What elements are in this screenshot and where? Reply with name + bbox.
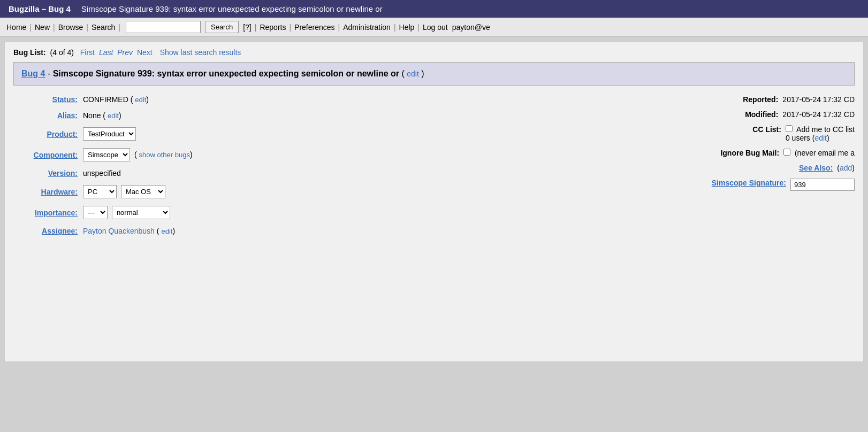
product-select[interactable]: TestProduct: [83, 127, 136, 141]
assignee-row: Assignee: Payton Quackenbush (edit): [13, 227, 619, 235]
bug-title-separator: -: [48, 69, 53, 78]
navbar: Home | New | Browse | Search | Search [?…: [0, 18, 868, 37]
assignee-value: Payton Quackenbush (edit): [83, 227, 175, 235]
alias-row: Alias: None (edit): [13, 111, 619, 120]
component-row: Component: Simscope (show other bugs): [13, 148, 619, 161]
importance-label[interactable]: Importance:: [13, 209, 78, 217]
reported-row: Reported: 2017-05-24 17:32 CD: [630, 95, 855, 104]
reported-value: 2017-05-24 17:32 CD: [782, 95, 855, 104]
nav-help-symbol[interactable]: [?]: [243, 23, 252, 32]
version-row: Version: unspecified: [13, 169, 619, 178]
alias-label[interactable]: Alias:: [13, 111, 78, 120]
show-last-search-results[interactable]: Show last search results: [160, 48, 241, 57]
main-content: Bug List: (4 of 4) First Last Prev Next …: [4, 41, 864, 362]
cc-list-row: CC List: Add me to CC list 0 users (edit…: [630, 125, 855, 142]
see-also-row: See Also: (add): [630, 164, 855, 172]
cc-list-add-me: Add me to CC list: [796, 125, 855, 134]
bug-list-label: Bug List:: [13, 48, 46, 57]
os-select[interactable]: Mac OS Windows Linux All Other: [121, 185, 165, 198]
cc-list-edit-link[interactable]: edit: [814, 134, 827, 142]
simscope-sig-row: Simscope Signature:: [630, 179, 855, 191]
cc-list-checkbox[interactable]: [786, 125, 793, 132]
nav-reports[interactable]: Reports: [260, 23, 286, 32]
assignee-label[interactable]: Assignee:: [13, 227, 78, 235]
component-select[interactable]: Simscope: [83, 148, 130, 161]
fields-right: Reported: 2017-05-24 17:32 CD Modified: …: [630, 95, 855, 243]
status-label[interactable]: Status:: [13, 95, 78, 104]
nav-new[interactable]: New: [35, 23, 50, 32]
see-also-label[interactable]: See Also:: [799, 164, 833, 172]
ignore-bug-mail-row: Ignore Bug Mail: (never email me a: [630, 149, 855, 157]
bug-list-prev[interactable]: Prev: [117, 48, 133, 57]
version-label[interactable]: Version:: [13, 169, 78, 178]
bug-title-text: Simscope Signature 939: syntax error une…: [53, 69, 399, 78]
version-value: unspecified: [83, 169, 121, 178]
ignore-bug-mail-note: (never email me a: [795, 149, 855, 157]
status-edit-link[interactable]: edit: [135, 96, 146, 104]
fields-left: Status: CONFIRMED (edit) Alias: None (ed…: [13, 95, 630, 243]
severity-select[interactable]: normal blocker critical major minor triv…: [112, 206, 170, 219]
hardware-select[interactable]: PC All Mac Other: [83, 185, 117, 198]
nav-help[interactable]: Help: [399, 23, 415, 32]
nav-home[interactable]: Home: [6, 23, 26, 32]
reported-label: Reported:: [743, 95, 778, 104]
nav-preferences[interactable]: Preferences: [294, 23, 334, 32]
bug-list-first[interactable]: First: [80, 48, 95, 57]
see-also-add-link[interactable]: add: [840, 164, 852, 172]
status-value: CONFIRMED (edit): [83, 95, 149, 104]
titlebar-bug-title: Simscope Signature 939: syntax error une…: [81, 4, 859, 13]
importance-row: Importance: --- P1 P2 P3 P4 P5 normal bl…: [13, 206, 619, 219]
nav-logout-label: Log out: [423, 23, 448, 32]
modified-row: Modified: 2017-05-24 17:32 CD: [630, 110, 855, 119]
ignore-bug-mail-label: Ignore Bug Mail:: [720, 149, 779, 157]
modified-value: 2017-05-24 17:32 CD: [782, 110, 855, 119]
nav-user[interactable]: payton@ve: [452, 23, 490, 32]
bug-list-last[interactable]: Last: [99, 48, 113, 57]
ignore-bug-mail-checkbox[interactable]: [783, 149, 790, 156]
alias-value: None (edit): [83, 111, 121, 120]
app-title: Bugzilla – Bug 4: [9, 4, 71, 13]
nav-administration[interactable]: Administration: [343, 23, 391, 32]
cc-list-users: 0 users: [786, 134, 810, 142]
title-bar: Bugzilla – Bug 4 Simscope Signature 939:…: [0, 0, 868, 18]
search-input[interactable]: [126, 21, 201, 33]
bug-list-nav: Bug List: (4 of 4) First Last Prev Next …: [13, 48, 855, 57]
hardware-row: Hardware: PC All Mac Other Mac OS Window…: [13, 185, 619, 198]
component-label[interactable]: Component:: [13, 151, 78, 159]
simscope-sig-input[interactable]: [790, 179, 855, 191]
hardware-label[interactable]: Hardware:: [13, 188, 78, 196]
show-other-bugs-link[interactable]: show other bugs: [139, 151, 190, 159]
bug-title-edit-link[interactable]: edit: [407, 70, 419, 78]
search-button[interactable]: Search: [205, 21, 239, 33]
modified-label: Modified:: [745, 110, 778, 119]
alias-edit-link[interactable]: edit: [108, 112, 119, 120]
cc-list-label: CC List:: [752, 125, 781, 134]
bug-list-next[interactable]: Next: [137, 48, 153, 57]
simscope-sig-label[interactable]: Simscope Signature:: [712, 179, 786, 187]
product-row: Product: TestProduct: [13, 127, 619, 141]
bug-title-row: Bug 4 - Simscope Signature 939: syntax e…: [13, 62, 855, 86]
bug-id-link[interactable]: Bug 4: [21, 69, 45, 78]
status-row: Status: CONFIRMED (edit): [13, 95, 619, 104]
bug-list-count: (4 of 4): [50, 48, 74, 57]
assignee-link[interactable]: Payton Quackenbush: [83, 227, 155, 235]
product-label[interactable]: Product:: [13, 130, 78, 138]
nav-search[interactable]: Search: [92, 23, 115, 32]
assignee-edit-link[interactable]: edit: [161, 227, 172, 235]
importance-select[interactable]: --- P1 P2 P3 P4 P5: [83, 206, 108, 219]
nav-browse[interactable]: Browse: [58, 23, 83, 32]
fields-area: Status: CONFIRMED (edit) Alias: None (ed…: [13, 95, 855, 243]
